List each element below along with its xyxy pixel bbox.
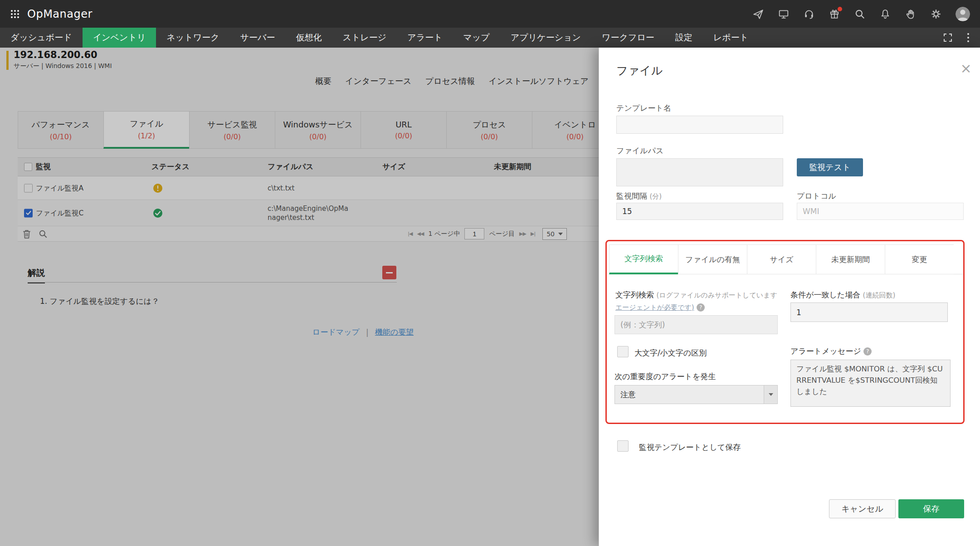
opmanager-screen: OpManager — [0, 0, 980, 546]
main-nav: ダッシュボード インベントリ ネットワーク サーバー 仮想化 ストレージ アラー… — [0, 28, 980, 48]
cancel-button[interactable]: キャンセル — [829, 499, 896, 518]
agent-required-row: エージェントが必要です) ? — [615, 302, 705, 312]
overflow-menu-icon[interactable] — [965, 31, 971, 44]
content-area: 192.168.200.60 サーバー | Windows 2016 | WMI… — [0, 48, 980, 546]
nav-item-server[interactable]: サーバー — [230, 28, 286, 48]
interval-label: 監視間隔 (分) — [616, 191, 662, 201]
alert-message-label-text: アラートメッセージ — [790, 346, 861, 356]
interval-label-text: 監視間隔 — [616, 191, 647, 200]
match-count-input[interactable] — [790, 302, 948, 322]
app-launcher-icon[interactable] — [10, 9, 20, 19]
protocol-input[interactable] — [797, 203, 964, 220]
dim-overlay — [0, 48, 599, 546]
string-search-label-text: 文字列検索 — [615, 290, 654, 299]
protocol-label: プロトコル — [797, 191, 836, 201]
user-avatar[interactable] — [956, 7, 970, 21]
tab-size[interactable]: サイズ — [747, 244, 816, 274]
severity-label: 次の重要度のアラートを発生 — [614, 371, 716, 382]
nav-item-virtualization[interactable]: 仮想化 — [285, 28, 332, 48]
tab-row-filler — [954, 244, 965, 274]
settings-gear-icon[interactable] — [930, 8, 942, 20]
fullscreen-icon[interactable] — [942, 32, 954, 44]
string-search-input[interactable] — [614, 315, 778, 334]
nav-item-workflow[interactable]: ワークフロー — [591, 28, 665, 48]
alert-message-label: アラートメッセージ ? — [790, 346, 872, 356]
close-icon[interactable]: × — [958, 60, 974, 76]
nav-item-network[interactable]: ネットワーク — [156, 28, 229, 48]
tab-change[interactable]: 変更 — [885, 244, 954, 274]
topbar: OpManager — [0, 0, 980, 28]
file-path-textarea[interactable] — [616, 158, 783, 186]
monitor-test-button[interactable]: 監視テスト — [797, 158, 863, 176]
search-icon[interactable] — [854, 8, 866, 20]
tab-string-search[interactable]: 文字列検索 — [609, 244, 678, 274]
remote-screen-icon[interactable] — [778, 8, 790, 20]
topbar-icons — [752, 7, 970, 21]
support-headset-icon[interactable] — [803, 8, 815, 20]
nav-item-reports[interactable]: レポート — [703, 28, 759, 48]
agent-required-link[interactable]: エージェントが必要です) — [615, 303, 694, 312]
file-path-label: ファイルパス — [616, 146, 663, 156]
nav-item-maps[interactable]: マップ — [453, 28, 500, 48]
tab-file-existence[interactable]: ファイルの有無 — [678, 244, 747, 274]
alert-message-textarea[interactable]: ファイル監視 $MONITOR は、文字列 $CURRENTVALUE を$ST… — [790, 360, 951, 407]
save-as-template-checkbox[interactable] — [617, 440, 629, 452]
nav-item-settings[interactable]: 設定 — [665, 28, 703, 48]
tab-stale-period[interactable]: 未更新期間 — [816, 244, 885, 274]
alert-message-help-icon[interactable]: ? — [863, 347, 872, 356]
gift-badge-dot — [838, 7, 842, 11]
case-sensitive-checkbox[interactable] — [617, 346, 629, 357]
app-title: OpManager — [27, 8, 93, 20]
feedback-hand-icon[interactable] — [905, 8, 917, 20]
interval-unit-hint: (分) — [649, 192, 662, 200]
interval-input[interactable] — [616, 203, 783, 220]
case-sensitive-label: 大文字/小文字の区別 — [634, 348, 707, 358]
template-name-label: テンプレート名 — [616, 103, 671, 113]
match-count-label: 条件が一致した場合 (連続回数) — [790, 290, 895, 300]
string-search-note: (ログファイルのみサポートしています — [656, 291, 777, 299]
match-count-label-text: 条件が一致した場合 — [790, 290, 860, 299]
match-count-hint: (連続回数) — [863, 291, 896, 299]
chevron-down-icon — [764, 385, 777, 404]
severity-value: 注意 — [620, 390, 636, 400]
nav-item-dashboard[interactable]: ダッシュボード — [0, 28, 83, 48]
nav-item-storage[interactable]: ストレージ — [332, 28, 397, 48]
nav-item-alerts[interactable]: アラート — [397, 28, 453, 48]
string-search-label: 文字列検索 (ログファイルのみサポートしています — [615, 290, 777, 300]
template-name-input[interactable] — [616, 116, 783, 134]
agent-help-icon[interactable]: ? — [697, 303, 705, 312]
severity-select[interactable]: 注意 — [614, 385, 778, 404]
save-as-template-label: 監視テンプレートとして保存 — [639, 442, 741, 453]
panel-title: ファイル — [616, 63, 663, 78]
launch-rocket-icon[interactable] — [752, 8, 764, 20]
condition-tabs: 文字列検索 ファイルの有無 サイズ 未更新期間 変更 — [609, 244, 965, 274]
nav-right-tools — [942, 28, 971, 48]
save-button[interactable]: 保存 — [898, 499, 964, 518]
nav-item-inventory[interactable]: インベントリ — [83, 28, 156, 48]
notifications-bell-icon[interactable] — [879, 8, 891, 20]
gift-icon[interactable] — [829, 8, 840, 20]
nav-item-applications[interactable]: アプリケーション — [500, 28, 591, 48]
file-monitor-panel: ファイル × テンプレート名 ファイルパス 監視テスト 監視間隔 (分) プロト… — [599, 48, 980, 546]
